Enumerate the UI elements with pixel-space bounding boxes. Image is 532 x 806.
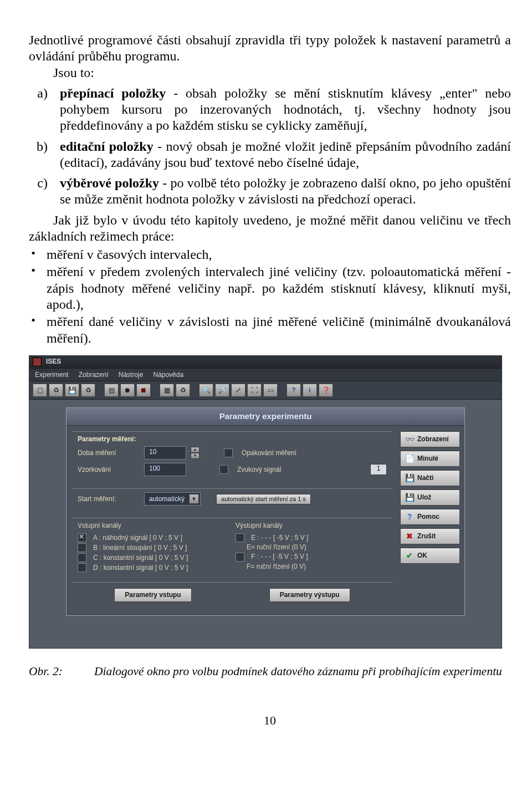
- vystupni-kanaly-title: Výstupní kanály: [236, 522, 387, 530]
- vstupni-kanaly-title: Vstupní kanály: [78, 522, 229, 530]
- tb-context-help-icon[interactable]: ❓: [319, 384, 333, 397]
- tb-box-icon[interactable]: ▭: [263, 384, 278, 397]
- chan-c-label: C : konstantní signál [ 0 V ; 5 V ]: [93, 554, 188, 562]
- tb-help-icon[interactable]: ?: [287, 384, 301, 397]
- start-select-value: automatický: [149, 495, 185, 503]
- chan-c-checkbox[interactable]: [78, 553, 86, 562]
- doba-mereni-input[interactable]: 10: [144, 446, 186, 460]
- chan-e-checkbox[interactable]: [236, 533, 244, 542]
- parametry-vstupu-button[interactable]: Parametry vstupu: [114, 588, 191, 602]
- zobrazeni-button[interactable]: 👓Zobrazení: [400, 431, 460, 447]
- menubar: Experiment Zobrazení Nástroje Nápověda: [29, 369, 502, 382]
- vzorkovani-label: Vzorkování: [78, 466, 139, 474]
- opakovani-label: Opakování měření: [242, 449, 296, 457]
- group-title: Parametry měření:: [78, 435, 387, 443]
- chan-e-label: E : - - - [ -5 V ; 5 V ]: [251, 534, 308, 542]
- titlebar: ISES: [29, 356, 502, 369]
- bullet-1: měření v časových intervalech,: [47, 247, 511, 263]
- dialog-right-buttons: 👓Zobrazení 📄Minulé 💾Načti 💾Ulož ?Pomoc ✖…: [398, 426, 464, 615]
- parametry-vystupu-button[interactable]: Parametry výstupu: [269, 588, 350, 602]
- count-field[interactable]: 1: [370, 464, 387, 475]
- typed-list: a) přepínací položky - obsah položky se …: [29, 85, 511, 208]
- tb-save-icon[interactable]: 💾: [65, 384, 79, 397]
- tb-recycle2-icon[interactable]: ♻: [81, 384, 95, 397]
- item-c-term: výběrové položky: [60, 176, 159, 190]
- vzorkovani-input[interactable]: 100: [144, 463, 186, 476]
- chan-b-checkbox[interactable]: [78, 543, 86, 552]
- item-a-term: přepínací položky: [60, 86, 166, 100]
- figure-label: Obr. 2:: [29, 664, 80, 679]
- app-icon: [33, 358, 42, 366]
- menu-napoveda[interactable]: Nápověda: [153, 371, 183, 379]
- uloz-button[interactable]: 💾Ulož: [400, 489, 460, 506]
- zvuk-checkbox[interactable]: [219, 465, 228, 474]
- chevron-down-icon: ▼: [189, 494, 199, 504]
- nacti-button[interactable]: 💾Načti: [400, 470, 460, 486]
- tb-stop-icon[interactable]: ⏹: [136, 384, 151, 397]
- chan-a-label: A : náhodný signál [ 0 V ; 5 V ]: [93, 534, 182, 542]
- start-mereni-select[interactable]: automatický ▼: [144, 492, 201, 506]
- group-kanaly: Vstupní kanály A : náhodný signál [ 0 V …: [72, 518, 392, 579]
- tb-rec-icon[interactable]: ⏺: [120, 384, 135, 397]
- toolbar: ▢ ♻ 💾 ♻ ▤ ⏺ ⏹ ▦ ♻ 🔍 🔎 ⤢ ⛶ ▭ ? i ❓: [29, 381, 502, 400]
- chan-f-label: F : - - - [ -5 V ; 5 V ]: [251, 553, 308, 561]
- binoculars-icon: 👓: [405, 435, 414, 444]
- tb-new-icon[interactable]: ▢: [33, 384, 47, 397]
- bullet-icon: •: [29, 314, 38, 346]
- start-info-readout: automatický start měření za 1 s: [216, 494, 311, 504]
- tb-info-icon[interactable]: i: [303, 384, 317, 397]
- chan-f-checkbox[interactable]: [236, 553, 244, 562]
- page-number: 10: [29, 713, 511, 728]
- bullet-icon: •: [29, 264, 38, 313]
- check-icon: ✔: [405, 551, 414, 560]
- item-label: c): [29, 175, 48, 208]
- tb-grid-icon[interactable]: ▦: [160, 384, 174, 397]
- item-label: b): [29, 139, 48, 171]
- figure-caption-text: Dialogové okno pro volbu podmínek datové…: [94, 664, 511, 679]
- tb-recycle-icon[interactable]: ♻: [49, 384, 63, 397]
- ok-button[interactable]: ✔OK: [400, 548, 460, 564]
- menu-nastroje[interactable]: Nástroje: [119, 371, 144, 379]
- dialog-parametry-experimentu: Parametry experimentu Parametry měření: …: [66, 407, 465, 615]
- tb-zoomin-icon[interactable]: 🔍: [199, 384, 213, 397]
- chan-f-mode: F= ruční řízení (0 V): [247, 563, 306, 571]
- tb-expand-icon[interactable]: ⤢: [231, 384, 245, 397]
- floppy-save-icon: 💾: [405, 493, 414, 502]
- chan-b-label: B : lineární stoupání [ 0 V ; 5 V ]: [93, 544, 187, 552]
- doba-mereni-label: Doba měření: [78, 449, 139, 457]
- group-parametry-mereni: Parametry měření: Doba měření 10 ▲▼ Opak…: [72, 431, 392, 486]
- help-icon: ?: [405, 512, 414, 522]
- tb-zoomout-icon[interactable]: 🔎: [215, 384, 229, 397]
- bullet-list: •měření v časových intervalech, •měření …: [29, 247, 511, 346]
- menu-zobrazeni[interactable]: Zobrazení: [79, 371, 109, 379]
- after-list-paragraph: Jak již bylo v úvodu této kapitoly uvede…: [29, 212, 511, 245]
- menu-experiment[interactable]: Experiment: [35, 371, 69, 379]
- figure-caption: Obr. 2: Dialogové okno pro volbu podmíne…: [29, 664, 511, 679]
- dialog-title: Parametry experimentu: [66, 408, 464, 425]
- item-c: c) výběrové položky - po volbě této polo…: [29, 175, 511, 208]
- bullet-icon: •: [29, 247, 38, 263]
- chan-d-checkbox[interactable]: [78, 563, 86, 572]
- chan-a-checkbox[interactable]: [78, 533, 86, 542]
- bullet-3: měření dané veličiny v závislosti na jin…: [47, 314, 511, 346]
- group-start-mereni: Start měření: automatický ▼ automatický …: [72, 488, 392, 514]
- item-b-term: editační položky: [60, 139, 154, 154]
- chan-d-label: D : konstantní signál [ 0 V ; 5 V ]: [93, 564, 188, 572]
- doc-icon: 📄: [405, 454, 414, 463]
- item-label: a): [29, 85, 48, 134]
- minule-button[interactable]: 📄Minulé: [400, 451, 460, 467]
- tb-doc-icon[interactable]: ▤: [104, 384, 119, 397]
- workspace: Parametry experimentu Parametry měření: …: [29, 400, 502, 648]
- dialog-bottom-buttons: Parametry vstupu Parametry výstupu: [72, 582, 392, 609]
- bullet-2: měření v předem zvolených intervalech ji…: [47, 264, 511, 313]
- tb-recycle3-icon[interactable]: ♻: [176, 384, 190, 397]
- opakovani-checkbox[interactable]: [224, 448, 233, 457]
- tb-fit-icon[interactable]: ⛶: [247, 384, 262, 397]
- zrusit-button[interactable]: ✖Zrušit: [400, 528, 460, 544]
- chan-e-mode: E= ruční řízení (0 V): [247, 543, 306, 552]
- doba-spinner[interactable]: ▲▼: [191, 447, 200, 459]
- cancel-icon: ✖: [405, 532, 414, 541]
- zvuk-label: Zvukový signál: [237, 466, 281, 474]
- pomoc-button[interactable]: ?Pomoc: [400, 509, 460, 525]
- intro-paragraph: Jednotlivé programové části obsahují zpr…: [29, 32, 511, 65]
